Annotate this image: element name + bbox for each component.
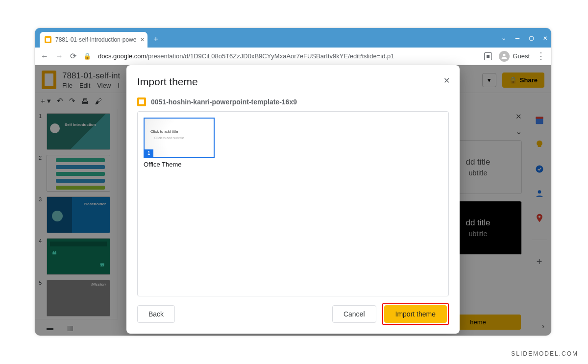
slides-favicon [45,36,51,43]
browser-tab[interactable]: 7881-01-self-introduction-powe × [40,32,147,48]
close-icon[interactable]: ✕ [443,76,450,85]
tab-title: 7881-01-self-introduction-powe [55,36,136,43]
theme-name-label: Office Theme [144,161,215,168]
source-file-name: 0051-hoshin-kanri-powerpoint-template-16… [151,98,297,106]
minimize-icon[interactable]: — [515,34,519,42]
cancel-button[interactable]: Cancel [332,305,376,323]
callout-highlight: Import theme [382,303,449,325]
theme-preview: Click to add title Click to add subtitle… [144,118,215,158]
selection-badge: 1 [145,149,153,157]
theme-grid[interactable]: Click to add title Click to add subtitle… [137,111,449,296]
window-controls: ⌄ — ▢ ✕ [502,28,547,48]
maximize-icon[interactable]: ▢ [529,34,533,42]
slides-file-icon [137,97,146,106]
nav-forward-icon[interactable]: → [55,52,63,61]
chevron-down-icon[interactable]: ⌄ [502,34,505,41]
dialog-title: Import theme [137,76,449,88]
close-icon[interactable]: ✕ [543,34,547,42]
dialog-footer: Back Cancel Import theme [137,303,449,325]
source-file-row: 0051-hoshin-kanri-powerpoint-template-16… [137,97,449,106]
tab-close-icon[interactable]: × [140,36,144,44]
avatar-icon [499,51,510,62]
extensions-icon[interactable] [484,52,492,60]
watermark: SLIDEMODEL.COM [511,350,578,357]
reload-icon[interactable]: ⟳ [70,51,76,61]
address-bar[interactable]: docs.google.com/presentation/d/1D9CiL08o… [98,52,477,60]
browser-menu-icon[interactable]: ⋮ [537,54,545,58]
profile-chip[interactable]: Guest [499,51,530,62]
lock-icon[interactable]: 🔒 [83,52,91,60]
theme-item-office[interactable]: Click to add title Click to add subtitle… [144,118,215,168]
browser-toolbar: ← → ⟳ 🔒 docs.google.com/presentation/d/1… [35,48,551,65]
nav-back-icon[interactable]: ← [41,52,49,61]
import-theme-dialog: Import theme ✕ 0051-hoshin-kanri-powerpo… [126,65,460,334]
browser-titlebar: 7881-01-self-introduction-powe × + ⌄ — ▢… [35,28,551,48]
import-theme-button[interactable]: Import theme [384,305,447,323]
new-tab-button[interactable]: + [147,34,165,48]
back-button[interactable]: Back [137,305,175,323]
